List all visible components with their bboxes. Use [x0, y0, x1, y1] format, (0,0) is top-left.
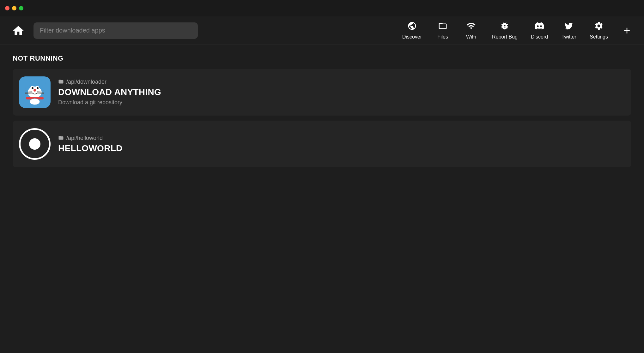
report-bug-label: Report Bug [492, 34, 518, 40]
close-button[interactable] [5, 6, 9, 10]
nav-item-twitter[interactable]: Twitter [556, 19, 581, 42]
wifi-label: WiFi [466, 34, 476, 40]
title-bar [0, 0, 644, 16]
svg-line-12 [37, 91, 44, 91]
files-label: Files [437, 34, 448, 40]
app-icon-helloworld [19, 128, 51, 160]
settings-label: Settings [590, 34, 608, 40]
svg-line-11 [25, 93, 32, 93]
report-bug-icon [500, 21, 509, 32]
nav-item-discord[interactable]: Discord [526, 19, 553, 42]
discord-label: Discord [531, 34, 548, 40]
svg-point-6 [32, 87, 33, 89]
discover-icon [407, 21, 417, 32]
nav-item-wifi[interactable]: WiFi [459, 19, 484, 42]
home-icon [12, 24, 25, 37]
circle-icon-inner [29, 138, 40, 150]
app-name-download-anything: DOWNLOAD ANYTHING [58, 87, 161, 97]
files-icon [438, 21, 447, 32]
folder-icon-2 [58, 135, 64, 141]
svg-point-8 [33, 89, 36, 92]
app-info-helloworld: /api/helloworld HELLOWORLD [58, 135, 123, 153]
wifi-icon [466, 21, 476, 32]
nav-item-settings[interactable]: Settings [585, 19, 613, 42]
discord-icon [535, 21, 544, 32]
nav-item-report-bug[interactable]: Report Bug [487, 19, 523, 42]
nav-item-discover[interactable]: Discover [397, 19, 427, 42]
discover-label: Discover [402, 34, 422, 40]
nav-items: Discover Files WiFi [397, 19, 635, 42]
folder-icon [58, 79, 64, 85]
svg-point-7 [37, 87, 39, 89]
maximize-button[interactable] [19, 6, 23, 10]
search-input[interactable] [33, 22, 198, 39]
app-path-text: /api/downloader [66, 79, 106, 85]
app-item-helloworld[interactable]: /api/helloworld HELLOWORLD [13, 121, 631, 167]
app-item-download-anything[interactable]: /api/downloader DOWNLOAD ANYTHING Downlo… [13, 69, 631, 116]
app-info-download-anything: /api/downloader DOWNLOAD ANYTHING Downlo… [58, 79, 161, 106]
section-title: NOT RUNNING [13, 54, 631, 63]
svg-line-9 [25, 91, 32, 91]
svg-point-20 [30, 99, 40, 105]
twitter-icon [564, 21, 574, 32]
circle-icon [19, 128, 51, 160]
plus-icon: + [623, 25, 630, 36]
minimize-button[interactable] [12, 6, 16, 10]
svg-line-14 [37, 93, 44, 93]
toolbar: Discover Files WiFi [0, 16, 644, 45]
app-path-download-anything: /api/downloader [58, 79, 161, 85]
add-button[interactable]: + [619, 23, 635, 38]
home-button[interactable] [9, 22, 27, 39]
twitter-label: Twitter [562, 34, 576, 40]
app-path-helloworld: /api/helloworld [58, 135, 123, 141]
app-list: /api/downloader DOWNLOAD ANYTHING Downlo… [13, 69, 631, 172]
svg-point-18 [24, 80, 30, 87]
nav-item-files[interactable]: Files [430, 19, 455, 42]
app-icon-download-anything [19, 76, 51, 108]
main-content: NOT RUNNING [0, 45, 644, 182]
settings-icon [594, 21, 604, 32]
app-path-helloworld-text: /api/helloworld [66, 135, 103, 141]
svg-point-19 [39, 80, 46, 87]
app-name-helloworld: HELLOWORLD [58, 143, 123, 153]
app-description-download-anything: Download a git repository [58, 99, 161, 106]
